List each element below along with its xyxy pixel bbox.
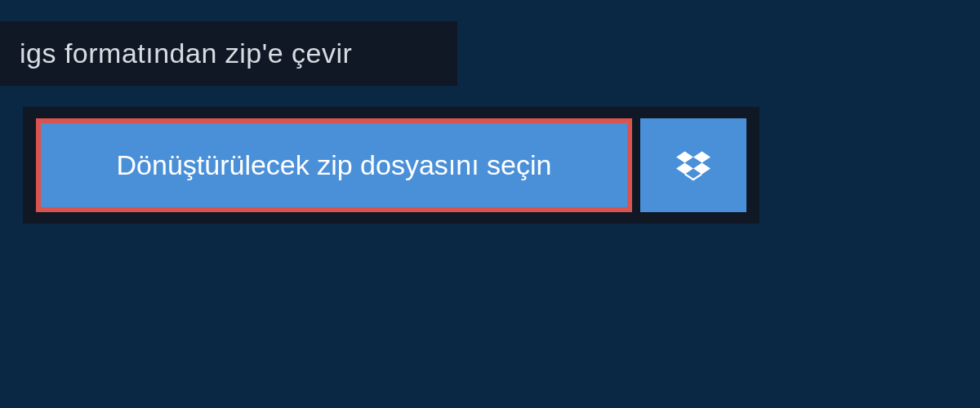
dropbox-icon — [676, 149, 710, 183]
page-title: igs formatından zip'e çevir — [20, 38, 438, 69]
action-panel: Dönüştürülecek zip dosyasını seçin — [23, 107, 760, 224]
dropbox-button[interactable] — [640, 118, 746, 212]
header-bar: igs formatından zip'e çevir — [0, 21, 457, 86]
select-file-button[interactable]: Dönüştürülecek zip dosyasını seçin — [36, 118, 632, 212]
select-file-label: Dönüştürülecek zip dosyasını seçin — [117, 149, 552, 181]
